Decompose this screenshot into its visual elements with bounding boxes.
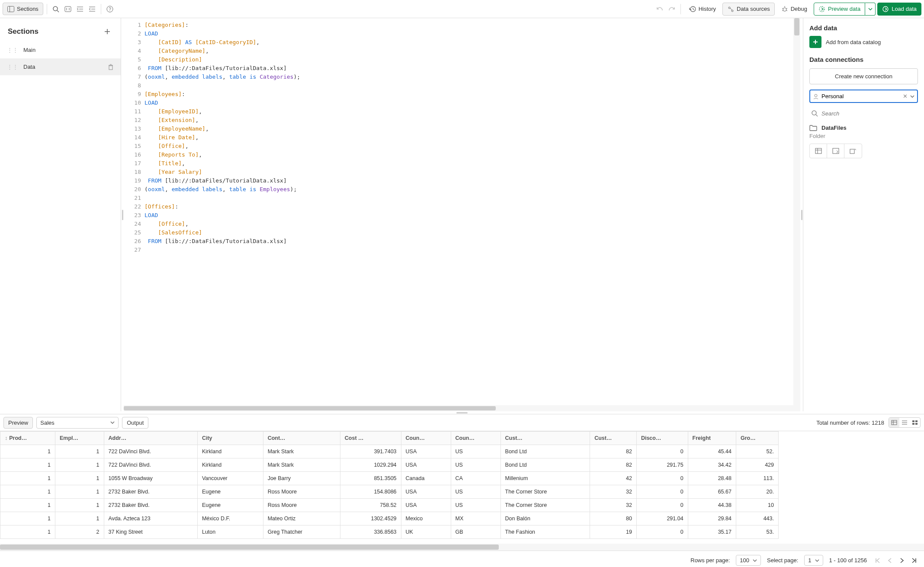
editor-hscroll[interactable]	[124, 405, 800, 411]
space-input[interactable]	[821, 93, 900, 99]
search-icon	[811, 110, 818, 117]
preview-data-button[interactable]: Preview data	[814, 3, 865, 16]
svg-rect-28	[109, 66, 112, 70]
column-header[interactable]: Cust…	[590, 432, 637, 445]
script-editor[interactable]: 1234567891011121314151617181920212223242…	[124, 18, 800, 411]
indent-icon[interactable]	[75, 4, 85, 14]
create-connection-button[interactable]: Create new connection	[809, 68, 918, 84]
svg-point-33	[815, 94, 817, 97]
preview-grid[interactable]: ↕Prod…Empl…Addr…CityCont…Cost …Coun…Coun…	[0, 431, 924, 544]
column-header[interactable]: Disco…	[636, 432, 688, 445]
select-page-select[interactable]: 1	[804, 555, 823, 566]
svg-rect-42	[892, 420, 897, 425]
table-row[interactable]: 1237 King StreetLutonGreg Thatcher336.85…	[0, 525, 779, 539]
undo-icon[interactable]	[654, 4, 665, 14]
connection-name: DataFiles	[821, 125, 847, 131]
data-connections-panel: Add data Add from data catalog Data conn…	[803, 18, 924, 411]
column-header[interactable]: Gro…	[736, 432, 778, 445]
data-sources-label: Data sources	[737, 6, 770, 12]
connection-item[interactable]: DataFiles Folder	[809, 125, 918, 158]
load-data-button[interactable]: Load data	[877, 3, 921, 16]
debug-button[interactable]: Debug	[776, 3, 812, 16]
add-from-catalog-button[interactable]: Add from data catalog	[809, 36, 918, 48]
column-header[interactable]: Coun…	[401, 432, 451, 445]
insert-script-icon[interactable]	[827, 144, 844, 158]
column-header[interactable]: Cust…	[500, 432, 590, 445]
svg-line-41	[855, 149, 856, 150]
chevron-down-icon[interactable]	[910, 95, 914, 98]
history-label: History	[699, 6, 716, 12]
line-gutter: 1234567891011121314151617181920212223242…	[124, 18, 144, 405]
column-header[interactable]: Cont…	[263, 432, 340, 445]
svg-rect-0	[8, 6, 14, 12]
folder-icon	[809, 125, 817, 131]
sections-toggle-label: Sections	[17, 6, 38, 12]
add-catalog-label: Add from data catalog	[826, 39, 881, 45]
sidebar-item-main[interactable]: ⋮⋮Main	[0, 42, 121, 58]
next-page-icon[interactable]	[897, 556, 907, 565]
svg-text:?: ?	[109, 7, 111, 12]
panel-icon	[7, 6, 14, 12]
table-row[interactable]: 112732 Baker Blvd.EugeneRoss Moore758.52…	[0, 499, 779, 512]
view-table-icon[interactable]	[889, 418, 899, 427]
first-page-icon[interactable]	[873, 556, 882, 565]
add-section-button[interactable]	[102, 26, 113, 37]
clear-icon[interactable]: ✕	[903, 93, 908, 99]
column-header[interactable]: ↕Prod…	[0, 432, 55, 445]
svg-point-18	[783, 8, 786, 11]
preview-toolbar: Preview Sales Output Total number of row…	[0, 414, 924, 431]
column-header[interactable]: Freight	[688, 432, 736, 445]
table-selector[interactable]: Sales	[36, 417, 119, 429]
column-header[interactable]: Cost …	[340, 432, 401, 445]
sections-toggle[interactable]: Sections	[3, 3, 43, 15]
table-row[interactable]: 11722 DaVinci Blvd.KirklandMark Stark102…	[0, 458, 779, 472]
svg-rect-48	[912, 420, 914, 422]
sidebar-item-label: Main	[23, 47, 35, 53]
table-row[interactable]: 11722 DaVinci Blvd.KirklandMark Stark391…	[0, 445, 779, 458]
svg-line-23	[786, 10, 787, 11]
redo-icon[interactable]	[667, 4, 677, 14]
pagination-footer: Rows per page: 100 Select page: 1 1 - 10…	[0, 551, 924, 567]
user-icon	[813, 93, 819, 99]
svg-line-20	[782, 8, 783, 9]
column-header[interactable]: Empl…	[55, 432, 104, 445]
select-data-icon[interactable]	[810, 144, 827, 158]
preview-tab[interactable]: Preview	[3, 417, 33, 429]
view-grid-icon[interactable]	[910, 418, 920, 427]
help-icon[interactable]: ?	[105, 4, 115, 14]
delete-icon[interactable]	[108, 64, 114, 70]
view-list-icon[interactable]	[899, 418, 910, 427]
editor-vscroll[interactable]	[793, 18, 800, 405]
svg-line-3	[57, 10, 59, 12]
sidebar-item-data[interactable]: ⋮⋮Data	[0, 58, 121, 75]
last-page-icon[interactable]	[909, 556, 919, 565]
prev-page-icon[interactable]	[885, 556, 895, 565]
table-row[interactable]: 11Avda. Azteca 123México D.F.Mateo Ortiz…	[0, 512, 779, 525]
search-icon[interactable]	[51, 4, 61, 14]
code-area[interactable]: [Categories]:LOAD [CatID] AS [CatID-Cate…	[144, 18, 793, 405]
history-button[interactable]: History	[684, 3, 721, 16]
select-page-label: Select page:	[767, 557, 798, 564]
column-header[interactable]: Coun…	[451, 432, 500, 445]
preview-data-group: Preview data	[814, 3, 876, 16]
total-rows-label: Total number of rows: 1218	[816, 420, 884, 426]
column-header[interactable]: City	[197, 432, 263, 445]
grid-hscroll[interactable]	[0, 544, 924, 551]
load-data-label: Load data	[892, 6, 917, 12]
table-row[interactable]: 112732 Baker Blvd.EugeneRoss Moore154.80…	[0, 485, 779, 499]
column-header[interactable]: Addr…	[104, 432, 197, 445]
data-sources-button[interactable]: Data sources	[722, 3, 775, 16]
svg-rect-39	[833, 148, 839, 154]
output-tab[interactable]: Output	[122, 417, 148, 429]
space-selector[interactable]: ✕	[809, 90, 918, 103]
data-sources-icon	[727, 6, 734, 13]
outdent-icon[interactable]	[87, 4, 97, 14]
table-row[interactable]: 111055 W BroadwayVancouverJoe Barry851.3…	[0, 472, 779, 485]
connection-search[interactable]	[809, 107, 918, 119]
preview-data-dropdown[interactable]	[865, 3, 876, 16]
rows-per-page-select[interactable]: 100	[736, 555, 761, 566]
search-input[interactable]	[821, 110, 916, 117]
comment-icon[interactable]	[63, 4, 73, 14]
edit-connection-icon[interactable]	[844, 144, 862, 158]
svg-rect-4	[65, 6, 71, 12]
